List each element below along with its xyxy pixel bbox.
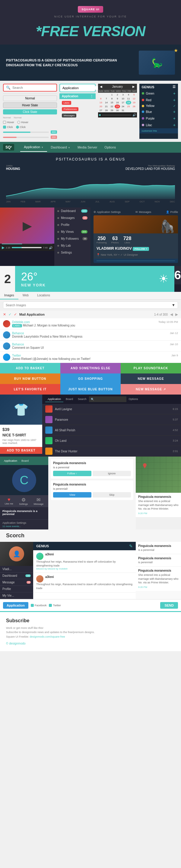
radio-click[interactable]: [16, 126, 19, 129]
cal-day-13[interactable]: 13: [98, 101, 103, 104]
genius-feed-icon[interactable]: ✎: [129, 544, 133, 549]
cal-day-27[interactable]: 27: [98, 108, 103, 112]
twitter-check[interactable]: Twitter: [49, 604, 61, 607]
cal-day-30[interactable]: 30: [114, 108, 120, 112]
cb-click[interactable]: [3, 126, 6, 129]
genius-check-yellow[interactable]: ✓: [173, 104, 176, 107]
genius-item-red[interactable]: Red +: [139, 97, 178, 103]
tab-web[interactable]: Web: [18, 292, 33, 299]
slider-track-2[interactable]: [3, 137, 49, 138]
add-basket-btn[interactable]: ADD TO BASKET: [0, 363, 60, 373]
tab-locations[interactable]: Locations: [33, 292, 54, 299]
genius-add-red[interactable]: +: [173, 98, 176, 102]
dropdown-arrow[interactable]: ▼: [172, 303, 175, 307]
settings-item-3[interactable]: 👤 Profile: [166, 211, 178, 214]
notif-follow-btn[interactable]: Follow ↑: [53, 471, 92, 476]
cal-day-21[interactable]: 21: [103, 104, 109, 108]
dash-item-profile[interactable]: Profile: [0, 586, 33, 592]
cal-day-5[interactable]: 5: [131, 93, 137, 97]
mail-nav-prev[interactable]: ◀: [170, 312, 173, 316]
radio-hover[interactable]: [17, 121, 20, 124]
cal-day-11[interactable]: 11: [126, 97, 131, 101]
sidebar-mylab[interactable]: My Lab: [54, 242, 90, 249]
cal-day-19[interactable]: 19: [131, 101, 137, 104]
nav-logo[interactable]: SQ²: [3, 144, 14, 151]
music-tab-board[interactable]: Board: [63, 396, 75, 402]
new-message-btn[interactable]: NEW MESSAGE: [121, 373, 181, 384]
search-images-box[interactable]: ▼: [3, 302, 178, 309]
genius-item-yellow[interactable]: Yellow ✓: [139, 103, 178, 108]
music-tab-search[interactable]: Search: [75, 396, 89, 402]
facebook-checkbox[interactable]: [31, 604, 34, 607]
app-msg-preferences[interactable]: Preferences: [59, 106, 96, 112]
search-box[interactable]: 🔍: [3, 84, 57, 92]
mobile-nav-application[interactable]: Application: [2, 458, 19, 463]
cal-day-9[interactable]: 9: [114, 97, 120, 101]
app-msg-likes[interactable]: Likes: [59, 100, 96, 106]
something-else-btn[interactable]: AND SOMETHING ELSE: [60, 363, 121, 373]
dash-item-messages[interactable]: Message 15: [0, 579, 33, 586]
genius-item-blue[interactable]: Blue +: [139, 108, 178, 115]
music-item-3[interactable]: All Shall Perish 4:52: [42, 425, 181, 435]
dash-item-myviews[interactable]: My Vie...: [0, 592, 33, 599]
play-soundtrack-btn[interactable]: PLAY SOUNDTRACK: [121, 363, 181, 373]
add-to-basket-btn[interactable]: ADD TO BASKET: [0, 447, 42, 454]
cal-day-4[interactable]: 4: [126, 93, 131, 97]
cal-day-24[interactable]: 24: [120, 104, 126, 108]
checkbox-click[interactable]: Click: [3, 126, 13, 129]
nav-item-options[interactable]: Options: [101, 143, 120, 152]
mail-check-btn-2[interactable]: ✓: [14, 312, 17, 316]
sidebar-messages[interactable]: Messages 15: [54, 214, 90, 221]
cal-day-3[interactable]: 3: [120, 93, 126, 97]
app-msg-messages[interactable]: Messages: [59, 112, 96, 119]
cal-day-31[interactable]: 31: [120, 108, 126, 112]
tab-images[interactable]: Images: [0, 292, 18, 299]
facebook-check[interactable]: Facebook: [31, 604, 47, 607]
normal-button[interactable]: Normal: [3, 95, 57, 101]
sidebar-myviews[interactable]: My Views 344: [54, 228, 90, 235]
cal-day-16[interactable]: 16: [114, 101, 120, 104]
checkbox-click-2[interactable]: Click: [16, 126, 26, 129]
music-tab-options[interactable]: Options: [126, 396, 140, 402]
buy-now-btn[interactable]: BUY NOW BUTTON: [0, 373, 60, 384]
follow-button[interactable]: FOLLOW +: [133, 247, 149, 251]
slider-track-1[interactable]: [3, 132, 49, 133]
cal-day-29[interactable]: 29: [109, 108, 114, 112]
genius-item-green[interactable]: Green +: [139, 90, 178, 97]
nav-item-application[interactable]: Application ▼: [20, 143, 47, 152]
genius-item-purple[interactable]: Purple +: [139, 115, 178, 122]
play-overlay[interactable]: ▶: [23, 219, 32, 232]
music-item-1[interactable]: Avril Lavigne 6:15: [42, 404, 181, 414]
subscribe-link[interactable]: designmodo.com/square-free: [30, 635, 65, 638]
cb-hover[interactable]: [3, 121, 6, 124]
sidebar-dashboard[interactable]: Dashboard 100: [54, 208, 90, 214]
send-button[interactable]: SEND: [160, 602, 178, 609]
cal-next[interactable]: ▶: [132, 85, 135, 88]
mail-item-3[interactable]: Behance Jan 10 Comment on Square UI: [0, 341, 181, 352]
go-shopping-btn[interactable]: GO SHOPPING: [60, 373, 121, 384]
volume-icon[interactable]: 🔊: [49, 246, 52, 249]
genius-add-lilac[interactable]: +: [173, 123, 176, 127]
settings-item-2[interactable]: ✉ Messages: [135, 211, 151, 214]
cal-day-1[interactable]: 1: [109, 93, 114, 97]
twitter-checkbox[interactable]: [49, 604, 52, 607]
cal-day-12[interactable]: 12: [131, 97, 137, 101]
video-progress-slider[interactable]: [12, 247, 42, 248]
volume-icon[interactable]: 🔊: [132, 113, 136, 117]
cal-day-today[interactable]: 18: [126, 101, 131, 104]
settings-item-1[interactable]: ⚙ Application Settings: [94, 211, 121, 214]
cal-day-6[interactable]: 6: [98, 97, 103, 101]
notif-view-btn[interactable]: View: [53, 492, 92, 498]
genius-add-green[interactable]: +: [173, 91, 176, 96]
music-item-4[interactable]: Oh Land 3:24: [42, 435, 181, 446]
sidebar-settings[interactable]: Settings: [54, 249, 90, 256]
cal-day-20[interactable]: 20: [98, 104, 103, 108]
sidebar-followers[interactable]: My Followers 38: [54, 235, 90, 242]
cal-day-25[interactable]: 25: [126, 104, 131, 108]
mail-check-btn[interactable]: ✓: [8, 312, 11, 316]
notif-skip-btn[interactable]: Skip: [93, 492, 131, 498]
checkbox-hover[interactable]: Hover: [3, 121, 14, 124]
cal-day-26[interactable]: 26: [131, 104, 137, 108]
music-search-input[interactable]: [89, 396, 126, 402]
sidebar-profile[interactable]: Profile: [54, 221, 90, 228]
